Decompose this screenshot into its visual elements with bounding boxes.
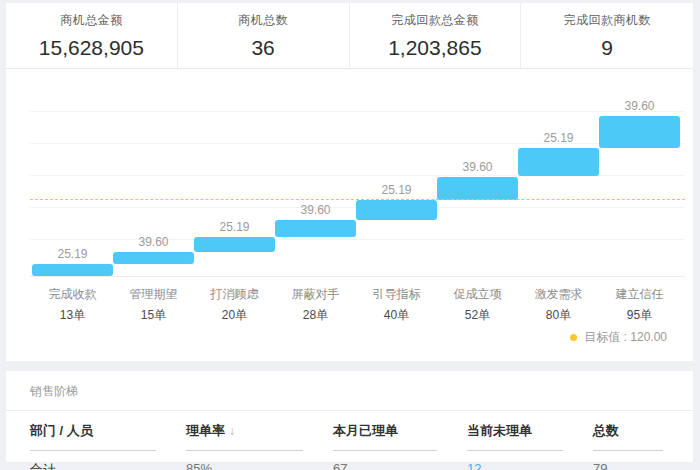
stat-label: 完成回款总金额 xyxy=(391,12,479,29)
stat-card-2: 完成回款总金额1,203,865 xyxy=(350,3,522,68)
sales-ladder-chart: 目标值 : 120.00 25.19完成收款13单39.60管理期望15单25.… xyxy=(6,69,693,361)
sales-ladder-panel: 销售阶梯 部门 / 人员理单率↓本月已理单当前未理单总数合计85%671279 xyxy=(6,371,693,462)
category-count-label: 28单 xyxy=(275,307,356,324)
category-count-label: 20单 xyxy=(194,307,275,324)
table-header-cell: 总数 xyxy=(593,422,663,451)
category-count-label: 80单 xyxy=(518,307,599,324)
dashboard-page: 商机总金额15,628,905商机总数36完成回款总金额1,203,865完成回… xyxy=(6,3,693,470)
category-label: 引导指标 xyxy=(356,286,437,303)
chart-gridline xyxy=(30,111,685,112)
bar-value-label: 39.60 xyxy=(275,203,356,217)
stat-value: 9 xyxy=(601,36,613,60)
chart-bar-完成收款[interactable] xyxy=(32,264,113,276)
table-header-cell: 理单率↓ xyxy=(186,422,303,451)
table-header-1[interactable]: 理单率↓ xyxy=(186,411,333,451)
chart-axis-line xyxy=(30,276,685,277)
table-cell: 合计 xyxy=(30,451,186,470)
stat-card-1: 商机总数36 xyxy=(178,3,350,68)
category-label: 促成立项 xyxy=(437,286,518,303)
stat-card-0: 商机总金额15,628,905 xyxy=(6,3,178,68)
category-label: 建立信任 xyxy=(599,286,680,303)
bar-value-label: 25.19 xyxy=(356,183,437,197)
chart-bar-管理期望[interactable] xyxy=(113,252,194,265)
category-label: 屏蔽对手 xyxy=(275,286,356,303)
category-count-label: 95单 xyxy=(599,307,680,324)
sales-ladder-table: 部门 / 人员理单率↓本月已理单当前未理单总数合计85%671279 xyxy=(6,411,693,470)
table-header-2: 本月已理单 xyxy=(333,411,467,451)
category-count-label: 40单 xyxy=(356,307,437,324)
pending-count-link[interactable]: 12 xyxy=(467,451,593,470)
target-legend-dot-icon xyxy=(570,334,577,341)
category-count-label: 13单 xyxy=(32,307,113,324)
chart-bar-激发需求[interactable] xyxy=(518,148,599,177)
bar-value-label: 39.60 xyxy=(599,99,680,113)
category-count-label: 15单 xyxy=(113,307,194,324)
table-header-4: 总数 xyxy=(593,411,693,451)
stat-value: 36 xyxy=(251,36,274,60)
target-dashed-line xyxy=(30,199,685,200)
stat-label: 商机总金额 xyxy=(60,12,123,29)
category-label: 完成收款 xyxy=(32,286,113,303)
bar-value-label: 25.19 xyxy=(194,220,275,234)
table-header-cell: 部门 / 人员 xyxy=(30,422,156,451)
bar-value-label: 25.19 xyxy=(518,131,599,145)
category-label: 打消顾虑 xyxy=(194,286,275,303)
stat-card-3: 完成回款商机数9 xyxy=(521,3,693,68)
stat-value: 1,203,865 xyxy=(388,36,481,60)
bar-value-label: 39.60 xyxy=(113,235,194,249)
table-cell: 67 xyxy=(333,451,467,470)
category-count-label: 52单 xyxy=(437,307,518,324)
table-header-cell: 本月已理单 xyxy=(333,422,437,451)
sort-desc-icon[interactable]: ↓ xyxy=(229,424,235,438)
table-cell: 85% xyxy=(186,451,333,470)
category-label: 管理期望 xyxy=(113,286,194,303)
bar-value-label: 25.19 xyxy=(32,247,113,261)
table-header-cell: 当前未理单 xyxy=(467,422,563,451)
panel-gap xyxy=(6,361,693,371)
stat-label: 完成回款商机数 xyxy=(563,12,651,29)
chart-bar-打消顾虑[interactable] xyxy=(194,237,275,252)
chart-bar-促成立项[interactable] xyxy=(437,177,518,200)
stats-row: 商机总金额15,628,905商机总数36完成回款总金额1,203,865完成回… xyxy=(6,3,693,69)
stat-value: 15,628,905 xyxy=(39,36,144,60)
bar-value-label: 39.60 xyxy=(437,160,518,174)
chart-bar-引导指标[interactable] xyxy=(356,200,437,221)
category-label: 激发需求 xyxy=(518,286,599,303)
target-legend[interactable]: 目标值 : 120.00 xyxy=(570,329,667,346)
stat-label: 商机总数 xyxy=(238,12,288,29)
target-legend-label: 目标值 : 120.00 xyxy=(584,329,667,346)
table-header-3: 当前未理单 xyxy=(467,411,593,451)
section-title: 销售阶梯 xyxy=(6,383,693,410)
chart-bar-建立信任[interactable] xyxy=(599,116,680,148)
overview-panel: 商机总金额15,628,905商机总数36完成回款总金额1,203,865完成回… xyxy=(6,3,693,361)
chart-bar-屏蔽对手[interactable] xyxy=(275,220,356,237)
table-cell: 79 xyxy=(593,451,693,470)
table-header-0: 部门 / 人员 xyxy=(30,411,186,451)
